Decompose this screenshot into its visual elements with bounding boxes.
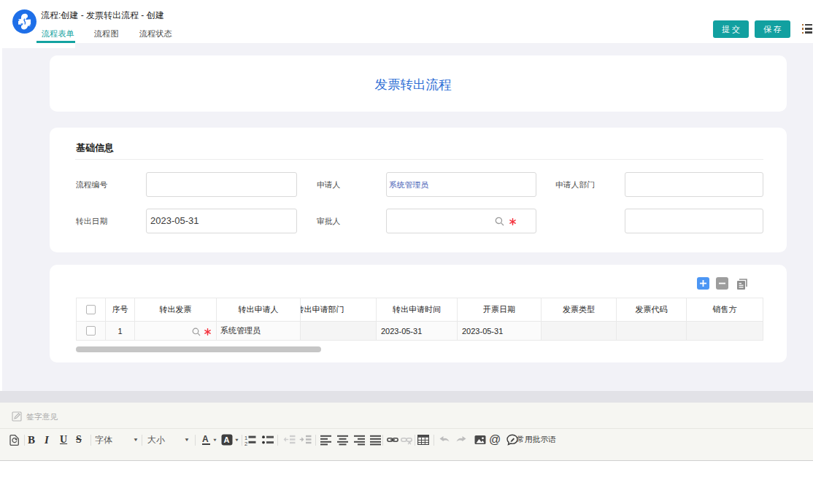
svg-text:A: A [202,434,209,444]
svg-text:2: 2 [244,441,247,446]
svg-text:A: A [224,435,230,444]
